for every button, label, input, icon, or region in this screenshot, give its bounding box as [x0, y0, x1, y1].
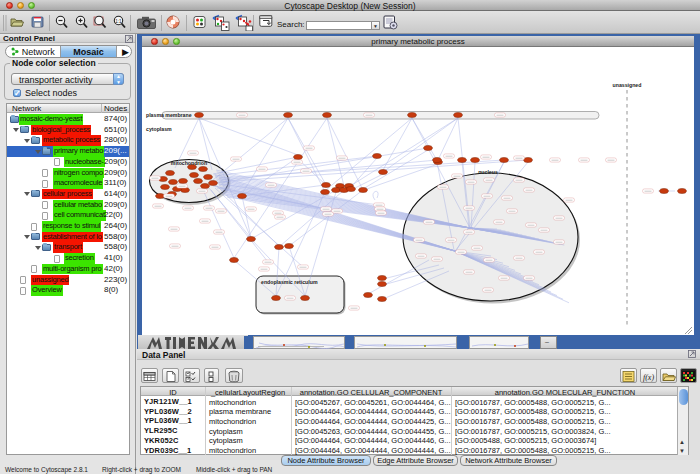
svg-text:cytoplasm: cytoplasm: [146, 126, 172, 132]
svg-text:1:1: 1:1: [115, 19, 122, 24]
svg-text:plasma membrane: plasma membrane: [146, 112, 192, 118]
svg-text:unassigned: unassigned: [613, 82, 642, 88]
svg-text:nucleus: nucleus: [478, 169, 498, 175]
svg-text:endoplasmic reticulum: endoplasmic reticulum: [261, 279, 318, 285]
svg-text:mitochondrion: mitochondrion: [171, 160, 207, 166]
svg-text:f(x): f(x): [643, 373, 654, 382]
